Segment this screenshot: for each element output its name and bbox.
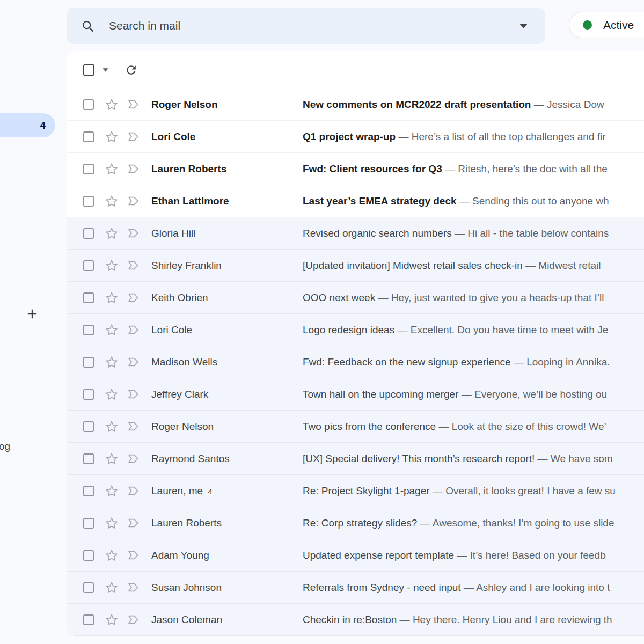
email-row[interactable]: Gloria Hill Revised organic search numbe… (67, 217, 644, 250)
star-button[interactable] (105, 420, 119, 434)
email-subject-line: Fwd: Client resources for Q3 — Ritesh, h… (303, 163, 644, 175)
star-button[interactable] (105, 484, 119, 498)
row-checkbox[interactable] (83, 131, 94, 142)
importance-marker-button[interactable] (127, 130, 140, 143)
email-row[interactable]: Raymond Santos [UX] Special delivery! Th… (67, 443, 644, 475)
email-sender: Lauren, me4 (151, 485, 303, 497)
email-row[interactable]: Lauren Roberts Fwd: Client resources for… (67, 153, 644, 185)
email-row[interactable]: Lauren Roberts Re: Corp strategy slides?… (67, 507, 644, 539)
search-icon[interactable] (81, 19, 94, 33)
email-snippet: Ritesh, here’s the doc with all the (458, 163, 607, 174)
star-button[interactable] (105, 291, 119, 305)
importance-marker-button[interactable] (127, 452, 140, 465)
email-row[interactable]: Shirley Franklin [Updated invitation] Mi… (67, 250, 644, 282)
sidebar-item-selected[interactable]: 4 (0, 113, 55, 137)
importance-marker-button[interactable] (127, 355, 140, 369)
importance-marker-button[interactable] (127, 162, 140, 175)
email-row[interactable]: Keith Obrien OOO next week — Hey, just w… (67, 282, 644, 314)
refresh-button[interactable] (123, 62, 139, 78)
sidebar-label-partial[interactable]: og (0, 441, 10, 452)
star-button[interactable] (105, 387, 119, 401)
add-label-button[interactable] (23, 304, 42, 324)
email-subject-line: Re: Corp strategy slides? — Awesome, tha… (303, 517, 644, 529)
star-button[interactable] (105, 98, 119, 112)
row-checkbox[interactable] (83, 228, 94, 239)
email-subject-line: Logo redesign ideas — Excellent. Do you … (303, 324, 644, 336)
star-button[interactable] (105, 226, 119, 240)
email-snippet: It’s here! Based on your feedb (470, 550, 606, 561)
email-row[interactable]: Lori Cole Q1 project wrap-up — Here’s a … (67, 121, 644, 153)
email-sender: Jeffrey Clark (151, 389, 303, 400)
row-checkbox[interactable] (83, 421, 94, 432)
importance-marker-button[interactable] (127, 420, 140, 433)
star-button[interactable] (105, 355, 119, 369)
search-options-button[interactable] (516, 20, 531, 32)
star-icon (105, 355, 119, 369)
star-button[interactable] (105, 613, 119, 627)
importance-marker-button[interactable] (127, 484, 140, 497)
row-checkbox[interactable] (83, 614, 94, 625)
row-checkbox[interactable] (83, 164, 94, 174)
importance-marker-button[interactable] (127, 259, 140, 272)
select-all-checkbox[interactable] (83, 64, 94, 76)
email-row[interactable]: Lauren, me4 Re: Project Skylight 1-pager… (67, 475, 644, 507)
search-bar[interactable] (67, 8, 545, 44)
email-row[interactable]: Adam Young Updated expense report templa… (67, 539, 644, 572)
star-button[interactable] (105, 259, 119, 273)
star-button[interactable] (105, 162, 119, 176)
importance-marker-button[interactable] (127, 387, 140, 401)
row-checkbox[interactable] (83, 389, 94, 400)
star-button[interactable] (105, 130, 119, 144)
row-checkbox[interactable] (83, 292, 94, 303)
email-row[interactable]: Lori Cole Logo redesign ideas — Excellen… (67, 314, 644, 346)
importance-marker-button[interactable] (127, 516, 140, 530)
importance-marker-button[interactable] (127, 581, 140, 594)
email-subject-line: Updated expense report template — It’s h… (303, 550, 644, 561)
row-checkbox[interactable] (83, 486, 94, 496)
star-button[interactable] (105, 581, 119, 595)
email-sender: Roger Nelson (151, 421, 303, 433)
row-checkbox[interactable] (83, 550, 94, 561)
star-button[interactable] (105, 516, 119, 530)
email-row[interactable]: Ethan Lattimore Last year’s EMEA strateg… (67, 185, 644, 217)
row-checkbox[interactable] (83, 99, 94, 110)
search-input[interactable] (109, 19, 516, 32)
row-checkbox[interactable] (83, 260, 94, 271)
star-button[interactable] (105, 548, 119, 562)
email-row[interactable]: Roger Nelson Two pics from the conferenc… (67, 411, 644, 443)
importance-marker-button[interactable] (127, 291, 140, 304)
subject-snippet-separator: — (375, 292, 391, 303)
star-button[interactable] (105, 452, 119, 466)
star-button[interactable] (105, 323, 119, 337)
email-subject: Town hall on the upcoming merger (303, 389, 458, 400)
row-checkbox[interactable] (83, 518, 94, 529)
email-row[interactable]: Jeffrey Clark Town hall on the upcoming … (67, 378, 644, 411)
importance-marker-button[interactable] (127, 98, 140, 111)
row-checkbox[interactable] (83, 582, 94, 593)
status-dot-icon (583, 20, 592, 30)
row-checkbox[interactable] (83, 196, 94, 207)
status-chip[interactable]: Active (569, 12, 644, 38)
email-subject: Two pics from the conference (303, 421, 436, 432)
inbox-unread-count: 4 (40, 120, 46, 131)
email-subject: Logo redesign ideas (303, 324, 394, 335)
importance-marker-button[interactable] (127, 226, 140, 240)
row-checkbox[interactable] (83, 357, 94, 368)
list-toolbar (67, 51, 644, 89)
email-snippet: Jessica Dow (547, 99, 604, 110)
importance-marker-button[interactable] (127, 194, 140, 208)
importance-marker-button[interactable] (127, 323, 140, 336)
email-row[interactable]: Susan Johnson Referrals from Sydney - ne… (67, 572, 644, 604)
select-dropdown-button[interactable] (100, 66, 111, 74)
row-checkbox[interactable] (83, 453, 94, 464)
email-row[interactable]: Roger Nelson New comments on MCR2022 dra… (67, 89, 644, 121)
importance-marker-icon (127, 226, 140, 240)
email-sender: Jason Coleman (151, 614, 303, 626)
email-row[interactable]: Jason Coleman Checkin in re:Boston — Hey… (67, 604, 644, 636)
star-button[interactable] (105, 194, 119, 208)
row-checkbox[interactable] (83, 325, 94, 335)
importance-marker-button[interactable] (127, 548, 140, 562)
importance-marker-button[interactable] (127, 613, 140, 626)
email-list: Roger Nelson New comments on MCR2022 dra… (67, 89, 644, 636)
email-row[interactable]: Madison Wells Fwd: Feedback on the new s… (67, 346, 644, 378)
